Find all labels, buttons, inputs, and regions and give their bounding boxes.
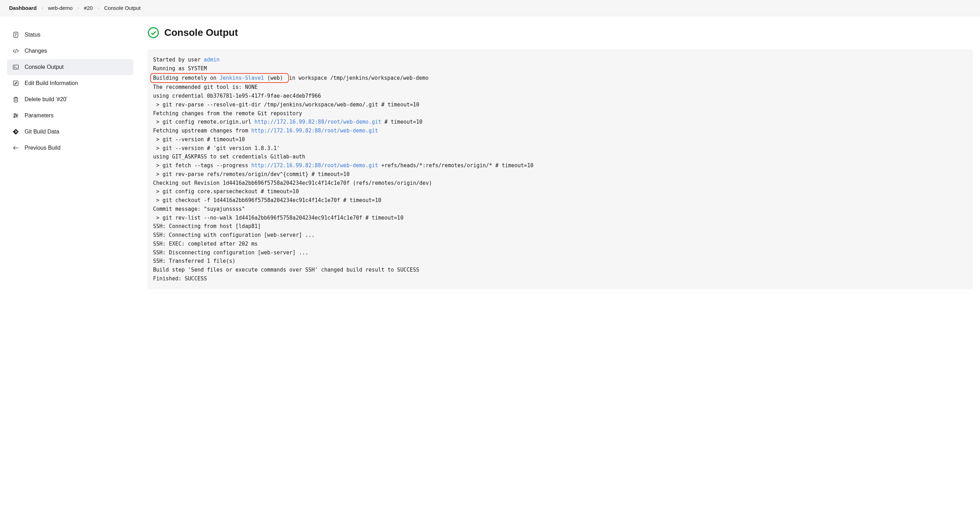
console-text: SSH: Disconnecting configuration [web-se… xyxy=(153,249,309,256)
console-link[interactable]: http://172.16.99.82:88/root/web-demo.git xyxy=(251,162,378,169)
console-link[interactable]: admin xyxy=(204,57,220,63)
console-line: Running as SYSTEM xyxy=(153,64,967,73)
sidebar-item-label: Git Build Data xyxy=(25,129,59,135)
console-line: Fetching changes from the remote Git rep… xyxy=(153,109,967,118)
console-line: > git fetch --tags --progress http://172… xyxy=(153,161,967,170)
sliders-icon xyxy=(12,112,20,120)
console-text: Build step 'Send files or execute comman… xyxy=(153,267,420,273)
console-text: Started by user xyxy=(153,57,204,63)
console-line: > git config core.sparsecheckout # timeo… xyxy=(153,187,967,196)
console-text: > git config core.sparsecheckout # timeo… xyxy=(153,188,299,195)
success-check-icon xyxy=(148,27,159,38)
main-content: Console Output Started by user adminRunn… xyxy=(148,27,973,289)
console-text: using credential 0b376781-1e95-417f-9fae… xyxy=(153,93,321,99)
breadcrumb-item[interactable]: #20 xyxy=(84,5,93,11)
svg-line-4 xyxy=(15,49,16,53)
console-line: Build step 'Send files or execute comman… xyxy=(153,266,967,275)
sidebar-item-git-build-data[interactable]: Git Build Data xyxy=(7,124,134,140)
trash-icon xyxy=(12,96,20,103)
console-text: Fetching changes from the remote Git rep… xyxy=(153,110,302,117)
console-text: SSH: EXEC: completed after 202 ms xyxy=(153,241,258,247)
sidebar-item-label: Status xyxy=(25,32,40,38)
console-text: SSH: Connecting with configuration [web-… xyxy=(153,232,315,238)
console-link[interactable]: http://172.16.99.82:88/root/web-demo.git xyxy=(251,128,378,134)
sidebar: Status Changes Console Output Edit Build… xyxy=(7,27,134,156)
console-line: Commit message: "suyajunssss" xyxy=(153,205,967,214)
breadcrumb-item[interactable]: Dashboard xyxy=(9,5,37,11)
console-text: > git fetch --tags --progress xyxy=(153,162,251,169)
console-output: Started by user adminRunning as SYSTEMBu… xyxy=(148,49,973,289)
console-text: > git rev-parse refs/remotes/origin/dev^… xyxy=(153,171,350,177)
page-title: Console Output xyxy=(164,27,238,38)
chevron-right-icon: › xyxy=(97,5,99,11)
sidebar-item-previous-build[interactable]: Previous Build xyxy=(7,140,134,156)
console-line: > git --version # timeout=10 xyxy=(153,135,967,144)
console-line: > git rev-parse --resolve-git-dir /tmp/j… xyxy=(153,101,967,109)
document-icon xyxy=(12,31,20,38)
console-text: > git rev-list --no-walk 1d4416a2bb696f5… xyxy=(153,215,403,221)
console-text: > git config remote.origin.url xyxy=(153,119,255,125)
sidebar-item-status[interactable]: Status xyxy=(7,27,134,43)
console-text: in workspace /tmp/jenkins/workspace/web-… xyxy=(289,75,428,81)
console-line: using GIT_ASKPASS to set credentials Git… xyxy=(153,152,967,161)
console-line: > git checkout -f 1d4416a2bb696f5758a204… xyxy=(153,196,967,205)
sidebar-item-label: Parameters xyxy=(25,112,54,119)
svg-line-20 xyxy=(16,131,17,132)
console-link[interactable]: http://172.16.99.82:88/root/web-demo.git xyxy=(255,119,381,125)
arrow-left-icon xyxy=(12,144,20,152)
svg-rect-5 xyxy=(13,65,19,69)
console-text: using GIT_ASKPASS to set credentials Git… xyxy=(153,153,305,160)
console-line: SSH: Disconnecting configuration [web-se… xyxy=(153,248,967,257)
console-text: SSH: Connecting from host [ldap81] xyxy=(153,223,261,230)
console-text: SSH: Transferred 1 file(s) xyxy=(153,258,235,264)
sidebar-item-parameters[interactable]: Parameters xyxy=(7,107,134,124)
console-text: > git --version # 'git version 1.8.3.1' xyxy=(153,145,280,152)
breadcrumb: Dashboard › web-demo › #20 › Console Out… xyxy=(0,0,980,16)
console-line: Building remotely on Jenkins-Slave1 (web… xyxy=(153,73,967,83)
sidebar-item-delete-build[interactable]: Delete build '#20' xyxy=(7,91,134,107)
console-line: Started by user admin xyxy=(153,56,967,64)
console-text: Commit message: "suyajunssss" xyxy=(153,206,245,212)
console-text: +refs/heads/*:refs/remotes/origin/* # ti… xyxy=(378,162,533,169)
console-line: > git --version # 'git version 1.8.3.1' xyxy=(153,144,967,153)
sidebar-item-label: Delete build '#20' xyxy=(25,96,67,102)
console-line: using credential 0b376781-1e95-417f-9fae… xyxy=(153,92,967,101)
console-line: > git rev-parse refs/remotes/origin/dev^… xyxy=(153,170,967,179)
sidebar-item-label: Previous Build xyxy=(25,145,60,151)
console-text: Building remotely on xyxy=(153,75,220,81)
svg-rect-7 xyxy=(13,81,18,85)
console-text: > git checkout -f 1d4416a2bb696f5758a204… xyxy=(153,197,381,203)
sidebar-item-label: Changes xyxy=(25,48,47,54)
sidebar-item-console-output[interactable]: Console Output xyxy=(7,59,134,75)
console-text: Finished: SUCCESS xyxy=(153,275,207,282)
console-text: # timeout=10 xyxy=(381,119,422,125)
console-text: Fetching upstream changes from xyxy=(153,128,251,134)
console-line: > git config remote.origin.url http://17… xyxy=(153,118,967,126)
console-text: Running as SYSTEM xyxy=(153,65,207,72)
console-line: SSH: EXEC: completed after 202 ms xyxy=(153,240,967,248)
edit-icon xyxy=(12,80,20,87)
console-text: Checking out Revision 1d4416a2bb696f5758… xyxy=(153,180,432,186)
chevron-right-icon: › xyxy=(41,5,43,11)
console-line: Checking out Revision 1d4416a2bb696f5758… xyxy=(153,179,967,188)
highlight-box: Building remotely on Jenkins-Slave1 (web… xyxy=(150,73,289,83)
console-text: > git --version # timeout=10 xyxy=(153,136,245,143)
sidebar-item-changes[interactable]: Changes xyxy=(7,43,134,59)
git-icon xyxy=(12,128,20,136)
console-line: SSH: Transferred 1 file(s) xyxy=(153,257,967,266)
console-text: The recommended git tool is: NONE xyxy=(153,84,258,90)
sidebar-item-label: Edit Build Information xyxy=(25,80,78,86)
console-line: The recommended git tool is: NONE xyxy=(153,83,967,92)
page-title-row: Console Output xyxy=(148,27,973,38)
console-line: > git rev-list --no-walk 1d4416a2bb696f5… xyxy=(153,214,967,222)
console-line: SSH: Connecting from host [ldap81] xyxy=(153,222,967,231)
svg-point-22 xyxy=(148,28,158,38)
console-line: Finished: SUCCESS xyxy=(153,275,967,283)
sidebar-item-edit-build-info[interactable]: Edit Build Information xyxy=(7,75,134,91)
console-link[interactable]: Jenkins-Slave1 xyxy=(220,75,264,81)
console-line: SSH: Connecting with configuration [web-… xyxy=(153,231,967,240)
console-line: Fetching upstream changes from http://17… xyxy=(153,126,967,135)
sidebar-item-label: Console Output xyxy=(25,64,64,70)
breadcrumb-item[interactable]: web-demo xyxy=(48,5,73,11)
console-text: > git rev-parse --resolve-git-dir /tmp/j… xyxy=(153,102,420,108)
